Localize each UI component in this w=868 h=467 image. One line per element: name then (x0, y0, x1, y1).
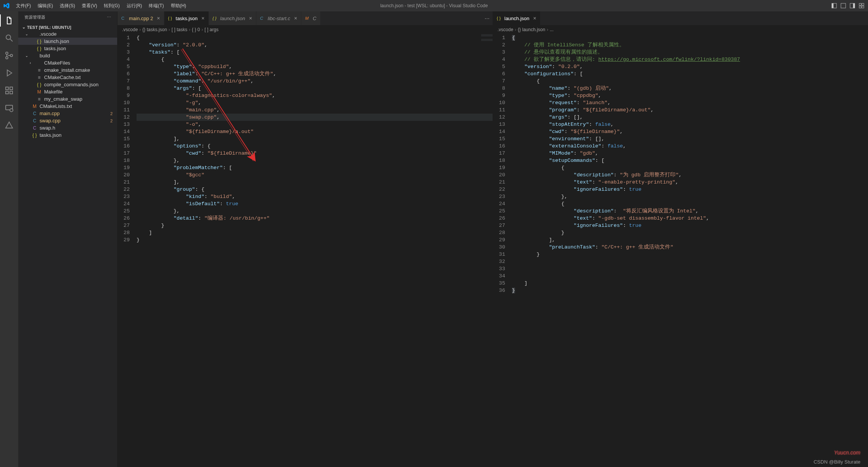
svg-rect-2 (841, 3, 846, 8)
close-icon[interactable]: × (294, 15, 297, 21)
menu-item[interactable]: 选择(S) (57, 1, 78, 11)
tree-folder[interactable]: ⌄.vscode (18, 30, 117, 38)
tab[interactable]: MC (301, 11, 320, 25)
layout-left-icon[interactable] (831, 2, 838, 9)
close-icon[interactable]: × (249, 15, 252, 21)
menu-item[interactable]: 文件(F) (13, 1, 34, 11)
more-tabs-icon[interactable]: ⋯ (485, 16, 490, 21)
breadcrumb-item[interactable]: .vscode (122, 27, 138, 32)
tree-item-label: build (40, 53, 50, 59)
layout-right-icon[interactable] (849, 2, 856, 9)
line-gutter: 1234567891011121314151617181920212223242… (118, 34, 137, 467)
svg-rect-8 (862, 6, 864, 8)
tree-file[interactable]: MCMakeLists.txt (18, 103, 117, 110)
menu-item[interactable]: 编辑(E) (35, 1, 56, 11)
editor-area: Cmain.cpp 2×{ }tasks.json×{ }launch.json… (117, 11, 868, 467)
tab-label: libc-start.c (268, 16, 290, 21)
close-icon[interactable]: × (202, 15, 205, 21)
code-editor[interactable]: 1234567891011121314151617181920212223242… (493, 34, 868, 467)
tree-file[interactable]: Cmain.cpp2 (18, 110, 117, 117)
breadcrumb-item[interactable]: [ ] tasks (172, 27, 187, 32)
menu-item[interactable]: 帮助(H) (168, 1, 189, 11)
svg-rect-7 (859, 6, 861, 8)
source-control-icon[interactable] (3, 49, 15, 62)
close-icon[interactable]: × (157, 15, 160, 21)
tab-label: C (313, 16, 316, 21)
make-icon: M (36, 89, 42, 95)
tree-item-label: swap.cpp (40, 118, 60, 123)
menu-item[interactable]: 查看(V) (79, 1, 100, 11)
problem-badge: 2 (110, 119, 113, 123)
svg-rect-5 (859, 3, 861, 5)
line-gutter: 1234567891011121314151617181920212223242… (493, 34, 512, 467)
tree-file[interactable]: { }tasks.json (18, 45, 117, 52)
close-icon[interactable]: × (533, 15, 536, 21)
search-icon[interactable] (3, 32, 15, 44)
breadcrumb[interactable]: .vscode › {} launch.json › ... (493, 25, 868, 34)
menu-item[interactable]: 运行(R) (124, 1, 145, 11)
txt-icon: ≡ (36, 75, 42, 80)
tree-file[interactable]: MMakefile (18, 88, 117, 95)
tree-file[interactable]: Cswap.h (18, 124, 117, 131)
run-debug-icon[interactable] (3, 67, 15, 79)
svg-rect-6 (862, 3, 864, 5)
cmake-icon[interactable] (3, 119, 15, 131)
breadcrumb-item[interactable]: {} tasks.json (142, 27, 167, 32)
menu-bar: 文件(F)编辑(E)选择(S)查看(V)转到(G)运行(R)终端(T)帮助(H) (13, 1, 189, 11)
menu-item[interactable]: 转到(G) (101, 1, 122, 11)
code-editor[interactable]: 1234567891011121314151617181920212223242… (118, 34, 493, 467)
breadcrumb[interactable]: .vscode › {} tasks.json › [ ] tasks › { … (118, 25, 493, 34)
tree-file[interactable]: ≡cmake_install.cmake (18, 66, 117, 74)
watermark-site: Yuucn.com (834, 450, 860, 456)
breadcrumb-item[interactable]: {} launch.json (518, 27, 545, 32)
breadcrumb-item[interactable]: .vscode (498, 27, 513, 32)
breadcrumb-item[interactable]: { } 0 (192, 27, 200, 32)
tree-file[interactable]: ≡CMakeCache.txt (18, 74, 117, 81)
c-icon: C (260, 16, 265, 21)
json-icon: { } (497, 16, 502, 21)
tree-file[interactable]: { }compile_commands.json (18, 81, 117, 88)
tab[interactable]: { }launch.json× (493, 11, 541, 25)
tree-folder[interactable]: ›CMakeFiles (18, 59, 117, 66)
json-icon: { } (32, 133, 38, 138)
tab[interactable]: { }tasks.json× (164, 11, 209, 25)
svg-point-11 (6, 52, 8, 54)
tree-folder[interactable]: ⌄build (18, 52, 117, 59)
code-content[interactable]: { // 使用 IntelliSense 了解相关属性。 // 悬停以查看现有属… (512, 34, 868, 467)
folder-section-header[interactable]: ⌄ TEST [WSL: UBUNTU] (18, 24, 117, 30)
chevron-down-icon: ⌄ (22, 25, 25, 30)
cpp-icon: C (32, 118, 38, 123)
svg-rect-16 (10, 91, 13, 94)
more-actions-icon[interactable]: ⋯ (107, 15, 111, 20)
h-icon: C (32, 125, 38, 131)
breadcrumb-item[interactable]: ... (550, 27, 553, 32)
tree-item-label: cmake_install.cmake (44, 67, 90, 73)
remote-explorer-icon[interactable] (3, 102, 15, 114)
tab[interactable]: Cmain.cpp 2× (118, 11, 164, 25)
tree-item-label: compile_commands.json (44, 82, 99, 87)
explorer-icon[interactable] (3, 14, 15, 27)
extensions-icon[interactable] (3, 84, 15, 97)
json-icon: { } (36, 46, 42, 51)
tree-file[interactable]: ≡my_cmake_swap (18, 95, 117, 103)
tree-item-label: my_cmake_swap (44, 96, 82, 102)
tab[interactable]: { }launch.json× (209, 11, 256, 25)
tree-file[interactable]: { }tasks.json (18, 131, 117, 139)
breadcrumb-item[interactable]: [ ] args (205, 27, 219, 32)
json-icon: { } (36, 82, 42, 87)
svg-point-13 (10, 54, 13, 57)
layout-bottom-icon[interactable] (840, 2, 847, 9)
tab[interactable]: Clibc-start.c× (256, 11, 301, 25)
editor-group-right: { }launch.json×.vscode › {} launch.json … (493, 11, 868, 467)
svg-rect-4 (853, 3, 855, 8)
sidebar-title: 资源管理器 (24, 14, 45, 20)
tree-file[interactable]: { }launch.json (18, 38, 117, 45)
tab-label: launch.json (504, 16, 529, 21)
svg-rect-1 (832, 3, 833, 8)
tree-file[interactable]: Cswap.cpp2 (18, 117, 117, 124)
menu-item[interactable]: 终端(T) (146, 1, 167, 11)
customize-layout-icon[interactable] (858, 2, 865, 9)
window-title: launch.json - test [WSL: ubuntu] - Visua… (380, 3, 488, 8)
txt-icon: ≡ (36, 68, 42, 73)
code-content[interactable]: { "version": "2.0.0", "tasks": [ { "type… (137, 34, 493, 467)
